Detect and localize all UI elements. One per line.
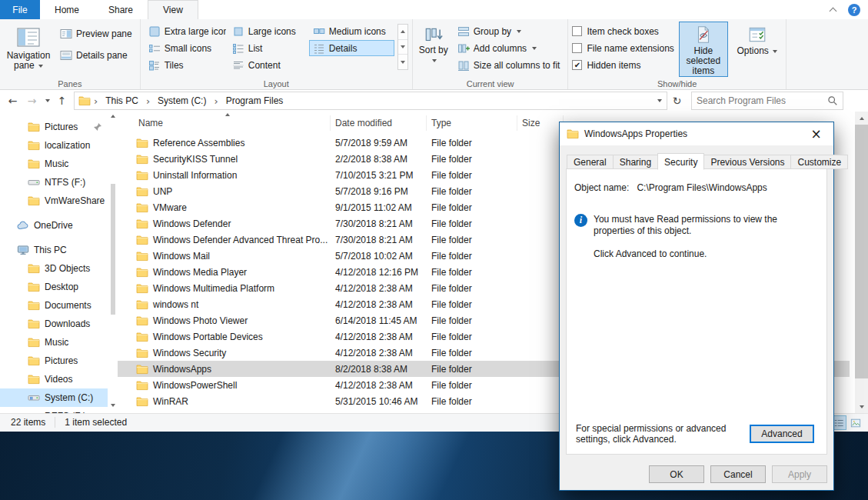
column-header-type[interactable]: Type [427,115,517,131]
refresh-button[interactable]: ↻ [667,92,687,110]
layout-option-details[interactable]: Details [309,40,394,56]
search-icon[interactable] [827,95,838,106]
scrollbar-thumb[interactable] [855,125,868,378]
sidebar-item-music-2[interactable]: Music [0,333,108,352]
sidebar-item-onedrive[interactable]: OneDrive [0,216,108,235]
item-check-boxes-checkbox[interactable]: Item check boxes [572,23,673,39]
sidebar-item-pictures[interactable]: Pictures [0,118,108,136]
navigation-pane-button[interactable]: Navigation pane [4,22,53,72]
search-input[interactable] [697,95,827,106]
thumbnails-view-button[interactable] [848,415,863,430]
address-bar[interactable]: › This PC › System (C:) › Program Files [74,92,667,110]
close-icon[interactable]: × [799,122,833,145]
gallery-more-button[interactable] [398,55,407,69]
gallery-scroll-up-button[interactable] [398,25,407,40]
tab-file[interactable]: File [0,0,40,19]
advanced-hint: Click Advanced to continue. [594,248,819,259]
apply-button[interactable]: Apply [772,465,827,483]
sidebar-item-3d-objects[interactable]: 3D Objects [0,259,108,278]
help-icon[interactable]: ? [848,4,860,16]
recent-locations-chevron[interactable] [42,92,52,110]
layout-option-large-icons[interactable]: Large icons [228,23,308,39]
tab-home[interactable]: Home [40,0,94,19]
file-name: WindowsApps [153,364,211,375]
size-all-columns-button[interactable]: Size all columns to fit [454,57,564,73]
column-header-name[interactable]: Name [118,115,331,131]
layout-option-list[interactable]: List [228,40,308,56]
dialog-tab-previous-versions[interactable]: Previous Versions [703,155,791,169]
breadcrumb-this-pc[interactable]: This PC [101,92,143,109]
sidebar-item-pictures-2[interactable]: Pictures [0,352,108,370]
sidebar-item-system-c[interactable]: System (C:) [0,388,108,407]
dialog-title: WindowsApps Properties [584,128,793,139]
file-type: File folder [427,396,517,407]
file-date: 4/12/2018 12:16 PM [331,267,427,278]
breadcrumb-system-c[interactable]: System (C:) [153,92,211,109]
details-pane-button[interactable]: Details pane [56,47,136,63]
gallery-scroll-down-button[interactable] [398,40,407,55]
address-dropdown-button[interactable] [651,99,667,102]
scrollbar-thumb[interactable] [111,184,115,315]
file-name: Windows Mail [153,251,210,262]
cancel-button[interactable]: Cancel [710,465,766,483]
sidebar-item-music[interactable]: Music [0,155,108,173]
object-name-label: Object name: [574,182,629,193]
sidebar-item-desktop[interactable]: Desktop [0,278,108,296]
column-header-date-modified[interactable]: Date modified [331,115,427,131]
column-header-size[interactable]: Size [517,115,564,131]
sidebar-item-videos[interactable]: Videos [0,370,108,388]
file-date: 4/12/2018 2:38 AM [331,332,427,342]
folder-icon [136,315,148,326]
dialog-tab-security[interactable]: Security [657,153,704,170]
ok-button[interactable]: OK [649,465,704,483]
sidebar-item-vmwareshare[interactable]: VmWareShare [0,192,108,210]
file-list-scrollbar[interactable] [855,112,868,413]
scroll-down-icon[interactable] [111,404,115,407]
dialog-title-bar[interactable]: WindowsApps Properties × [560,122,833,145]
folder-icon [28,337,40,348]
sidebar-item-refs-f[interactable]: REFS (F:) [0,407,108,413]
tab-share[interactable]: Share [94,0,148,19]
dialog-tab-sharing[interactable]: Sharing [613,155,658,169]
preview-pane-button[interactable]: Preview pane [56,25,136,42]
sidebar-item-documents[interactable]: Documents [0,296,108,315]
file-date: 5/7/2018 9:59 AM [331,138,427,148]
file-type: File folder [427,380,517,391]
layout-option-tiles[interactable]: Tiles [145,57,227,73]
up-button[interactable]: ↑ [52,92,72,110]
tab-view[interactable]: View [148,0,198,19]
advanced-button[interactable]: Advanced [750,425,814,443]
checkbox-unchecked-icon [572,43,582,53]
folder-icon [28,374,40,385]
selection-count: 1 item selected [65,417,127,428]
options-button[interactable]: Options [733,22,782,77]
dialog-tab-general[interactable]: General [567,155,614,169]
sidebar-item-downloads[interactable]: Downloads [0,315,108,333]
sidebar-item-localization[interactable]: localization [0,136,108,155]
scroll-up-icon[interactable] [111,115,115,118]
file-date: 7/30/2018 8:21 AM [331,218,427,229]
group-title-show-hide: Show/hide [568,79,785,88]
sidebar-item-ntfs-f[interactable]: NTFS (F:) [0,173,108,192]
gallery-scrollbar [397,24,408,70]
breadcrumb-program-files[interactable]: Program Files [221,92,288,109]
sort-by-button[interactable]: Sort by [417,22,451,73]
back-button[interactable]: ← [3,92,22,110]
file-name: UNP [153,186,172,197]
layout-option-medium-icons[interactable]: Medium icons [309,23,394,39]
breadcrumb-separator-icon: › [146,95,150,107]
group-by-button[interactable]: Group by [454,23,564,39]
dialog-tab-customize[interactable]: Customize [790,155,848,169]
layout-option-extra-large-icons[interactable]: Extra large icons [145,23,227,39]
sidebar-item-this-pc[interactable]: This PC [0,241,108,259]
layout-option-content[interactable]: Content [228,57,308,73]
minimize-ribbon-icon[interactable] [830,6,837,14]
layout-option-small-icons[interactable]: Small icons [145,40,227,56]
add-columns-button[interactable]: Add columns [454,40,564,56]
hidden-items-checkbox[interactable]: ✔ Hidden items [572,57,673,73]
file-name-extensions-checkbox[interactable]: File name extensions [572,40,673,56]
forward-button[interactable]: → [22,92,42,110]
folder-icon [28,282,40,292]
navigation-pane-scrollbar[interactable] [108,115,118,408]
hide-selected-items-button[interactable]: Hide selected items [679,22,728,77]
